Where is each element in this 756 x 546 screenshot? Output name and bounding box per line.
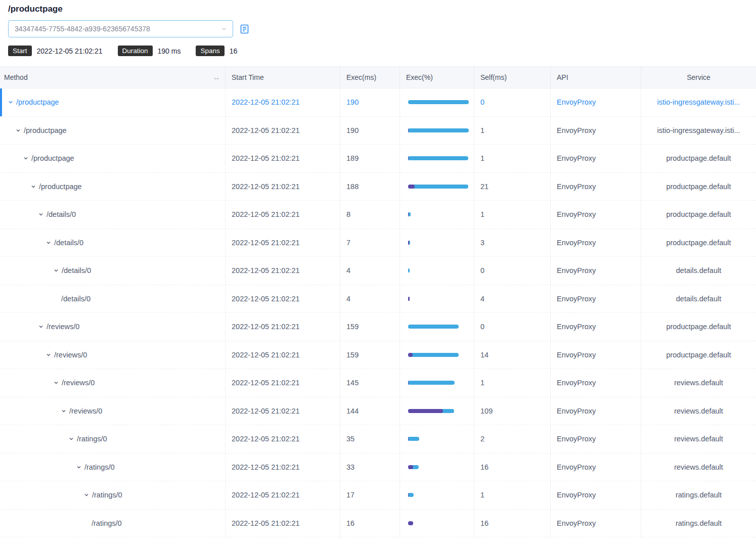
method-label[interactable]: /details/0 xyxy=(54,239,83,247)
method-label[interactable]: /ratings/0 xyxy=(92,519,122,527)
service-cell[interactable]: reviews.default xyxy=(641,397,756,425)
row-chevron-icon[interactable] xyxy=(84,492,89,497)
method-cell: /productpage xyxy=(0,173,225,201)
row-chevron-icon[interactable] xyxy=(8,100,13,105)
self-ms-cell: 109 xyxy=(474,397,550,425)
table-row[interactable]: /productpage 2022-12-05 21:02:21 190 0 E… xyxy=(0,88,756,117)
trace-list-icon[interactable] xyxy=(239,24,250,34)
method-label[interactable]: /reviews/0 xyxy=(62,379,95,387)
service-cell[interactable]: istio-ingressgateway.isti... xyxy=(641,88,756,116)
method-cell: /reviews/0 xyxy=(0,397,225,425)
start-time-cell: 2022-12-05 21:02:21 xyxy=(225,88,340,116)
row-chevron-icon[interactable] xyxy=(76,465,81,470)
service-cell[interactable]: istio-ingressgateway.isti... xyxy=(641,117,756,145)
table-row[interactable]: /reviews/0 2022-12-05 21:02:21 144 109 E… xyxy=(0,397,756,426)
page-title: /productpage xyxy=(8,4,756,14)
self-bar xyxy=(408,521,413,525)
row-chevron-icon[interactable] xyxy=(38,324,43,329)
column-resize-icon[interactable]: ↔ xyxy=(213,73,220,81)
method-label[interactable]: /productpage xyxy=(31,154,74,162)
row-chevron-icon[interactable] xyxy=(23,156,28,161)
table-row[interactable]: /productpage 2022-12-05 21:02:21 188 21 … xyxy=(0,173,756,201)
exec-ms-cell: 17 xyxy=(340,481,399,509)
start-time-cell: 2022-12-05 21:02:21 xyxy=(225,481,340,509)
service-cell[interactable]: productpage.default xyxy=(641,201,756,229)
exec-ms-cell: 7 xyxy=(340,229,399,257)
service-cell[interactable]: productpage.default xyxy=(641,229,756,257)
method-label[interactable]: /details/0 xyxy=(62,266,91,275)
table-row[interactable]: /details/0 2022-12-05 21:02:21 4 0 Envoy… xyxy=(0,257,756,285)
self-bar xyxy=(408,297,410,301)
table-row[interactable]: /details/0 2022-12-05 21:02:21 7 3 Envoy… xyxy=(0,229,756,257)
exec-bar xyxy=(408,100,469,104)
row-chevron-icon[interactable] xyxy=(31,184,36,189)
exec-ms-cell: 188 xyxy=(340,173,399,201)
method-label[interactable]: /reviews/0 xyxy=(47,323,79,331)
table-row[interactable]: /ratings/0 2022-12-05 21:02:21 33 16 Env… xyxy=(0,453,756,482)
method-label[interactable]: /ratings/0 xyxy=(84,463,115,471)
table-row[interactable]: /ratings/0 2022-12-05 21:02:21 17 1 Envo… xyxy=(0,481,756,510)
service-cell[interactable]: ratings.default xyxy=(641,510,756,537)
table-row[interactable]: /productpage 2022-12-05 21:02:21 189 1 E… xyxy=(0,145,756,173)
trace-detail-page: /productpage 34347445-7755-4842-a939-623… xyxy=(0,4,756,546)
exec-pct-bar-track xyxy=(408,325,469,329)
row-chevron-icon[interactable] xyxy=(46,240,51,245)
service-cell[interactable]: productpage.default xyxy=(641,313,756,341)
row-chevron-icon[interactable] xyxy=(38,212,43,217)
self-bar xyxy=(408,241,409,245)
duration-badge: Duration xyxy=(118,46,153,56)
exec-ms-cell: 190 xyxy=(340,88,399,116)
row-chevron-icon[interactable] xyxy=(69,436,74,441)
row-chevron-icon[interactable] xyxy=(54,268,59,273)
table-row[interactable]: /ratings/0 2022-12-05 21:02:21 16 16 Env… xyxy=(0,510,756,538)
row-chevron-icon[interactable] xyxy=(46,352,51,357)
row-chevron-icon[interactable] xyxy=(54,380,59,385)
exec-bar xyxy=(408,325,459,329)
row-chevron-icon[interactable] xyxy=(16,128,21,133)
method-cell: /productpage xyxy=(0,145,225,172)
api-cell: EnvoyProxy xyxy=(550,481,641,509)
method-label[interactable]: /productpage xyxy=(24,126,67,134)
api-cell: EnvoyProxy xyxy=(550,341,641,369)
trace-select-row: 34347445-7755-4842-a939-623656745378 xyxy=(8,20,748,37)
row-chevron-icon[interactable] xyxy=(61,408,66,414)
method-label[interactable]: /reviews/0 xyxy=(69,407,102,415)
service-cell[interactable]: productpage.default xyxy=(641,145,756,172)
method-label[interactable]: /productpage xyxy=(39,183,82,191)
method-label[interactable]: /details/0 xyxy=(47,210,76,218)
service-cell[interactable]: productpage.default xyxy=(641,341,756,369)
trace-id-select[interactable]: 34347445-7755-4842-a939-623656745378 xyxy=(8,20,233,37)
service-cell[interactable]: ratings.default xyxy=(641,481,756,509)
service-cell[interactable]: reviews.default xyxy=(641,369,756,397)
method-label[interactable]: /ratings/0 xyxy=(92,491,122,499)
exec-pct-bar-track xyxy=(408,381,469,385)
service-cell[interactable]: details.default xyxy=(641,257,756,285)
table-row[interactable]: /details/0 2022-12-05 21:02:21 8 1 Envoy… xyxy=(0,201,756,229)
service-cell[interactable]: productpage.default xyxy=(641,173,756,201)
service-cell[interactable]: reviews.default xyxy=(641,453,756,481)
exec-pct-bar-track xyxy=(408,521,469,525)
table-row[interactable]: /details/0 2022-12-05 21:02:21 4 4 Envoy… xyxy=(0,285,756,313)
api-cell: EnvoyProxy xyxy=(550,453,641,481)
column-header-self-ms: Self(ms) xyxy=(474,67,550,88)
table-row[interactable]: /reviews/0 2022-12-05 21:02:21 159 0 Env… xyxy=(0,313,756,341)
service-cell[interactable]: details.default xyxy=(641,285,756,313)
table-row[interactable]: /reviews/0 2022-12-05 21:02:21 159 14 En… xyxy=(0,341,756,370)
method-label[interactable]: /productpage xyxy=(16,98,59,106)
method-label[interactable]: /ratings/0 xyxy=(77,435,107,443)
exec-pct-bar-track xyxy=(408,297,469,301)
trace-id-value: 34347445-7755-4842-a939-623656745378 xyxy=(15,25,150,33)
service-cell[interactable]: reviews.default xyxy=(641,425,756,453)
self-ms-cell: 1 xyxy=(474,117,550,145)
method-label[interactable]: /reviews/0 xyxy=(54,351,87,359)
table-row[interactable]: /productpage 2022-12-05 21:02:21 190 1 E… xyxy=(0,117,756,145)
exec-ms-cell: 144 xyxy=(340,397,399,425)
method-label[interactable]: /details/0 xyxy=(61,295,91,303)
exec-pct-bar-track xyxy=(408,241,469,245)
table-row[interactable]: /ratings/0 2022-12-05 21:02:21 35 2 Envo… xyxy=(0,425,756,453)
exec-pct-cell xyxy=(399,397,474,425)
exec-pct-cell xyxy=(399,173,474,201)
api-cell: EnvoyProxy xyxy=(550,229,641,257)
table-row[interactable]: /reviews/0 2022-12-05 21:02:21 145 1 Env… xyxy=(0,369,756,397)
exec-bar xyxy=(408,212,411,216)
